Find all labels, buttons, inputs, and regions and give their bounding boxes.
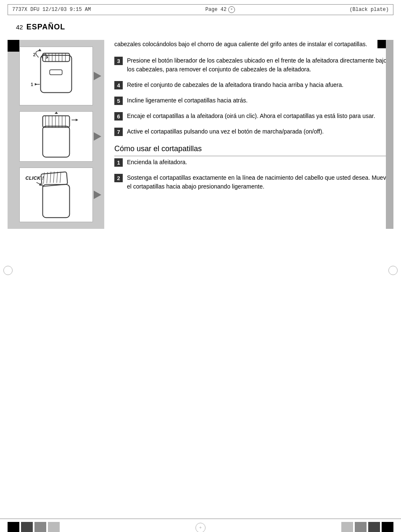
svg-rect-9 xyxy=(50,70,62,75)
right-column: cabezales colocándolos bajo el chorro de… xyxy=(104,40,393,229)
illustration-1: 2 1 xyxy=(19,47,93,105)
header-right: (Black plate) xyxy=(349,7,389,13)
svg-rect-15 xyxy=(42,126,69,157)
illustration-2-wrapper xyxy=(19,111,93,162)
arrow-right-1 xyxy=(94,72,101,80)
footer-sq-dark-gray xyxy=(21,522,33,532)
step2-1: 1 Encienda la afeitadora. xyxy=(114,158,393,167)
steps-container: 3 Presione el botón liberador de los cab… xyxy=(114,56,393,136)
svg-marker-36 xyxy=(39,183,41,186)
step2-1-text: Encienda la afeitadora. xyxy=(127,158,187,167)
header-center: Page 42 + xyxy=(206,6,235,13)
footer-reg-mark: + xyxy=(195,523,206,532)
step-3: 3 Presione el botón liberador de los cab… xyxy=(114,56,393,74)
step2-2: 2 Sostenga el cortapatillas exactamente … xyxy=(114,173,393,191)
step-5-number: 5 xyxy=(114,97,123,105)
header-bar: 7737X DFU 12/12/03 9:15 AM Page 42 + (Bl… xyxy=(8,4,393,15)
intro-text: cabezales colocándolos bajo el chorro de… xyxy=(114,40,393,49)
main-layout: 2 1 xyxy=(8,40,393,229)
reg-mark-right xyxy=(388,266,398,275)
section-heading: Cómo usar el cortapatillas xyxy=(114,144,393,156)
svg-line-34 xyxy=(56,172,57,183)
step-6: 6 Encaje el cortapatillas a la afeitador… xyxy=(114,112,393,121)
step-5: 5 Incline ligeramente el cortapatillas h… xyxy=(114,96,393,105)
footer-sq-black-r xyxy=(382,522,393,532)
step-6-text: Encaje el cortapatillas a la afeitadora … xyxy=(127,112,375,121)
footer-sq-dark-gray-r xyxy=(368,522,380,532)
footer-squares-right xyxy=(341,522,393,532)
footer-bar: + xyxy=(0,519,401,532)
page-number: 42 xyxy=(16,24,23,31)
svg-rect-0 xyxy=(40,55,71,93)
right-sidebar-bar xyxy=(386,40,393,229)
click-label: CLICK ! xyxy=(26,176,44,181)
svg-rect-28 xyxy=(42,184,69,218)
illus-svg-1: 2 1 xyxy=(20,47,92,105)
step-3-text: Presione el botón liberador de los cabez… xyxy=(127,56,393,74)
svg-marker-12 xyxy=(34,83,37,86)
black-square-top-left xyxy=(8,40,19,52)
footer-squares-left xyxy=(8,522,60,532)
svg-marker-25 xyxy=(55,112,58,114)
left-column: 2 1 xyxy=(8,40,104,229)
step2-2-number: 2 xyxy=(114,174,123,182)
step-7: 7 Active el cortapatillas pulsando una v… xyxy=(114,127,393,136)
svg-text:2: 2 xyxy=(33,52,35,57)
registration-mark: + xyxy=(228,6,235,13)
step-4-text: Retire el conjunto de cabezales de la af… xyxy=(127,81,343,89)
step-7-text: Active el cortapatillas pulsando una vez… xyxy=(127,127,324,136)
illustration-3: CLICK ! xyxy=(19,168,93,222)
footer-sq-light-gray-r xyxy=(341,522,353,532)
illustration-1-wrapper: 2 1 xyxy=(19,47,93,105)
footer-sq-mid-gray xyxy=(34,522,46,532)
footer-sq-light-gray xyxy=(48,522,60,532)
step2-1-number: 1 xyxy=(114,158,123,167)
svg-text:1: 1 xyxy=(30,82,33,87)
steps2-container: 1 Encienda la afeitadora. 2 Sostenga el … xyxy=(114,158,393,191)
illustration-3-wrapper: CLICK ! xyxy=(19,168,93,222)
step2-2-text: Sostenga el cortapatillas exactamente en… xyxy=(127,173,393,191)
step-4-number: 4 xyxy=(114,81,123,89)
svg-marker-27 xyxy=(76,119,78,121)
illus-svg-2 xyxy=(20,112,92,161)
footer-sq-mid-gray-r xyxy=(355,522,367,532)
step-4: 4 Retire el conjunto de cabezales de la … xyxy=(114,81,393,89)
arrow-right-2 xyxy=(94,132,101,141)
arrow-right-3 xyxy=(94,191,101,199)
header-page: Page 42 xyxy=(206,7,227,13)
step-5-text: Incline ligeramente el cortapatillas hac… xyxy=(127,96,248,105)
footer-sq-black xyxy=(8,522,19,532)
illustration-2 xyxy=(19,111,93,162)
step-6-number: 6 xyxy=(114,112,123,121)
black-square-top-right xyxy=(377,40,386,48)
step-3-number: 3 xyxy=(114,57,123,65)
header-left: 7737X DFU 12/12/03 9:15 AM xyxy=(12,7,91,13)
step-7-number: 7 xyxy=(114,128,123,136)
page-content: 42 ESPAÑOL xyxy=(8,23,393,229)
svg-line-35 xyxy=(60,172,61,183)
section-title: ESPAÑOL xyxy=(26,23,66,31)
page-title-row: 42 ESPAÑOL xyxy=(16,23,393,31)
reg-mark-left xyxy=(3,266,13,275)
svg-marker-10 xyxy=(38,49,41,51)
